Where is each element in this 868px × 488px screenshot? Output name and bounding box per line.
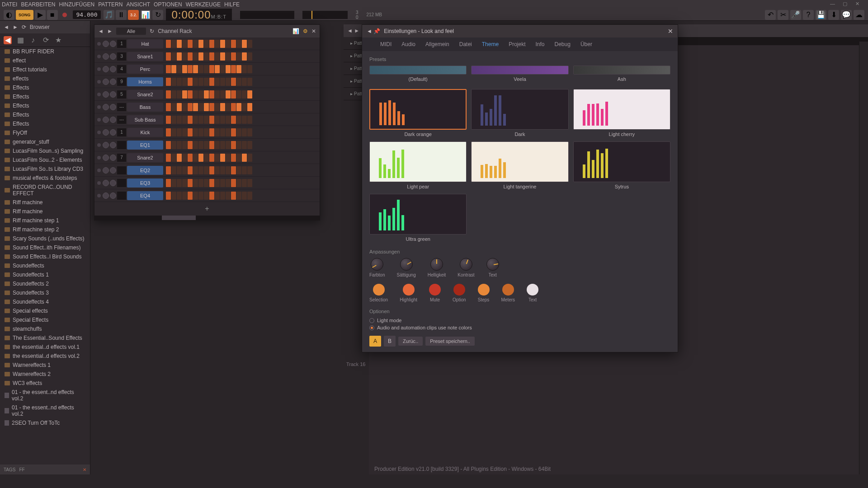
step-button[interactable] — [198, 141, 203, 149]
step-button[interactable] — [198, 40, 203, 48]
channel-name-button[interactable]: Snare2 — [127, 153, 163, 162]
channel-pan-knob[interactable] — [103, 104, 109, 110]
channel-name-button[interactable]: EQ4 — [127, 191, 163, 200]
channel-vol-knob[interactable] — [110, 117, 116, 123]
color-meters[interactable] — [502, 284, 514, 296]
blend-button[interactable]: 📊 — [140, 10, 151, 20]
wait-input-button[interactable]: ⏸ — [116, 10, 127, 20]
browser-back-icon[interactable]: ◄ — [4, 24, 9, 30]
step-button[interactable] — [247, 128, 252, 136]
channel-pan-knob[interactable] — [103, 155, 109, 161]
step-button[interactable] — [193, 154, 198, 162]
step-button[interactable] — [209, 141, 214, 149]
tag-ff[interactable]: FF — [19, 467, 24, 472]
channel-vol-knob[interactable] — [110, 91, 116, 98]
browser-folder[interactable]: FlyOff — [0, 128, 90, 137]
step-button[interactable] — [231, 154, 236, 162]
step-button[interactable] — [177, 192, 182, 200]
opt-clip-colors[interactable]: Audio and automation clips use note colo… — [369, 325, 670, 330]
cr-scrollbar[interactable] — [94, 216, 320, 220]
knob-text[interactable] — [486, 258, 499, 271]
channel-vol-knob[interactable] — [110, 180, 116, 186]
color-steps[interactable] — [478, 284, 490, 296]
song-mode-button[interactable]: SONG — [16, 10, 33, 20]
step-button[interactable] — [198, 154, 203, 162]
preset-veela[interactable]: Veela — [471, 66, 568, 82]
step-button[interactable] — [171, 52, 176, 61]
step-button[interactable] — [177, 103, 182, 111]
step-button[interactable] — [188, 52, 193, 61]
step-button[interactable] — [236, 128, 241, 136]
step-button[interactable] — [198, 103, 203, 111]
step-button[interactable] — [220, 103, 225, 111]
step-button[interactable] — [231, 52, 236, 61]
step-button[interactable] — [204, 65, 209, 73]
browser-tree[interactable]: BB RUFF RIDEReffectEffect tutorialseffec… — [0, 47, 90, 465]
step-button[interactable] — [215, 166, 220, 174]
step-button[interactable] — [204, 128, 209, 136]
color-selection[interactable] — [373, 284, 385, 296]
opt-light-mode[interactable]: Light mode — [369, 318, 670, 323]
cr-filter-dropdown[interactable]: Alle — [116, 28, 146, 35]
channel-mute-led[interactable] — [97, 194, 101, 197]
cr-close-icon[interactable]: ✕ — [311, 28, 316, 34]
step-button[interactable] — [242, 141, 247, 149]
step-button[interactable] — [209, 128, 214, 136]
cr-graph-icon[interactable]: 📊 — [292, 28, 299, 34]
step-button[interactable] — [166, 90, 171, 99]
tools-icon[interactable]: ✂ — [778, 10, 788, 20]
browser-folder[interactable]: LucasFilm Sou..2 - Elements — [0, 155, 90, 164]
step-button[interactable] — [215, 65, 220, 73]
knob-kontrast[interactable] — [460, 258, 472, 271]
channel-pan-knob[interactable] — [103, 41, 109, 47]
step-button[interactable] — [204, 103, 209, 111]
channel-vol-knob[interactable] — [110, 167, 116, 174]
cr-add-channel[interactable]: + — [94, 202, 320, 216]
step-button[interactable] — [188, 166, 193, 174]
step-button[interactable] — [247, 90, 252, 99]
step-button[interactable] — [182, 78, 187, 86]
step-button[interactable] — [188, 40, 193, 48]
channel-pan-knob[interactable] — [103, 53, 109, 60]
step-button[interactable] — [198, 166, 203, 174]
channel-name-button[interactable]: Perc — [127, 65, 163, 74]
step-button[interactable] — [182, 65, 187, 73]
step-button[interactable] — [171, 192, 176, 200]
step-button[interactable] — [177, 154, 182, 162]
step-button[interactable] — [209, 116, 214, 124]
step-button[interactable] — [166, 128, 171, 136]
step-button[interactable] — [193, 78, 198, 86]
step-button[interactable] — [215, 103, 220, 111]
menu-hinzufuegen[interactable]: HINZUFÜGEN — [59, 1, 94, 8]
step-button[interactable] — [204, 166, 209, 174]
step-button[interactable] — [226, 141, 231, 149]
stop-button[interactable]: ■ — [47, 10, 58, 20]
step-button[interactable] — [182, 179, 187, 187]
step-button[interactable] — [171, 40, 176, 48]
browser-folder[interactable]: Soundeffects 4 — [0, 297, 90, 306]
step-button[interactable] — [247, 166, 252, 174]
step-button[interactable] — [188, 141, 193, 149]
browser-folder[interactable]: Effects — [0, 119, 90, 128]
step-button[interactable] — [193, 90, 198, 99]
channel-mixer-track[interactable]: 9 — [117, 78, 126, 86]
browser-folder[interactable]: Warnereffects 2 — [0, 370, 90, 379]
step-button[interactable] — [209, 192, 214, 200]
channel-pan-knob[interactable] — [103, 192, 109, 199]
channel-mute-led[interactable] — [97, 118, 101, 122]
step-button[interactable] — [215, 192, 220, 200]
step-button[interactable] — [209, 154, 214, 162]
preset-ash[interactable]: Ash — [573, 66, 670, 82]
step-button[interactable] — [177, 65, 182, 73]
preset-default[interactable]: (Default) — [369, 66, 467, 82]
step-button[interactable] — [247, 65, 252, 73]
step-button[interactable] — [236, 141, 241, 149]
channel-mixer-track[interactable]: --- — [117, 103, 126, 111]
channel-vol-knob[interactable] — [110, 53, 116, 60]
step-button[interactable] — [171, 154, 176, 162]
channel-mute-led[interactable] — [97, 143, 101, 147]
browser-folder[interactable]: Effects — [0, 92, 90, 101]
browser-folder[interactable]: Soundeffects 1 — [0, 270, 90, 279]
step-button[interactable] — [209, 90, 214, 99]
step-button[interactable] — [166, 78, 171, 86]
